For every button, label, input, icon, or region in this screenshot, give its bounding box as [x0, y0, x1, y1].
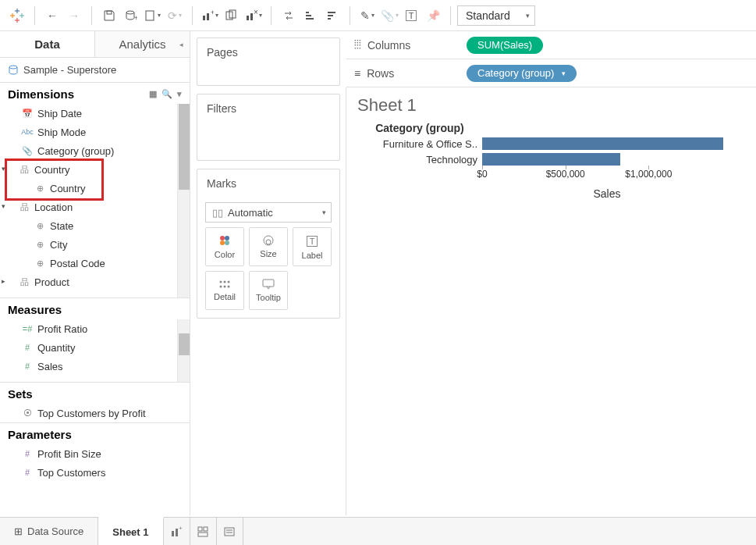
new-story-icon[interactable] [217, 518, 243, 545]
dimensions-list: 📅Ship Date AbcShip Mode 📎Category (group… [0, 104, 190, 297]
datasource-icon [8, 65, 19, 76]
sheet1-tab[interactable]: Sheet 1 [98, 517, 163, 545]
highlight-button[interactable]: ✎▾ [357, 5, 378, 27]
field-ship-mode[interactable]: AbcShip Mode [0, 123, 190, 141]
top-toolbar: ← → + ▾ ⟳▾ +▾ ×▾ ✎▾ 📎▾ T 📌 Standard▾ [0, 0, 756, 31]
new-sheet-button[interactable]: +▾ [199, 5, 221, 27]
field-state[interactable]: ⊕State [0, 216, 190, 235]
field-category-group[interactable]: 📎Category (group) [0, 141, 190, 160]
rows-shelf[interactable]: ≡Rows Category (group)▾ [346, 59, 756, 87]
save-button[interactable] [98, 5, 120, 27]
new-dashboard-icon[interactable] [190, 518, 217, 545]
axis-tick: $1,000,000 [625, 169, 672, 180]
field-profit-ratio[interactable]: =#Profit Ratio [0, 319, 190, 338]
text-label-button[interactable]: T [400, 5, 422, 27]
tooltip-icon [262, 279, 275, 290]
forward-button[interactable]: → [63, 5, 85, 27]
marks-card: Marks ▯▯ Automatic ▾ Color Size TLabel D… [197, 169, 340, 319]
field-sales[interactable]: #Sales [0, 357, 190, 376]
field-country[interactable]: ⊕Country [0, 179, 190, 198]
svg-rect-43 [198, 527, 202, 531]
dimensions-scrollbar[interactable] [177, 104, 190, 297]
svg-rect-17 [247, 16, 249, 20]
menu-caret-icon[interactable]: ▾ [177, 89, 182, 99]
date-icon: 📅 [20, 109, 34, 119]
measures-scrollbar[interactable] [177, 319, 190, 382]
svg-point-27 [220, 236, 225, 240]
toolbar-separator [34, 6, 35, 25]
attachment-button[interactable]: 📎▾ [378, 5, 400, 27]
sort-asc-button[interactable] [300, 5, 321, 27]
label-button[interactable]: TLabel [293, 227, 332, 266]
axis-tick: $0 [477, 169, 487, 180]
svg-rect-13 [207, 13, 209, 20]
sets-header: Sets [0, 383, 190, 404]
search-icon[interactable]: 🔍 [161, 89, 172, 99]
data-source-tab[interactable]: ⊞Data Source [0, 518, 98, 545]
size-button[interactable]: Size [249, 227, 288, 266]
swap-button[interactable] [278, 5, 300, 27]
pages-card[interactable]: Pages [197, 37, 340, 86]
globe-icon: ⊕ [33, 183, 47, 194]
refresh-button[interactable]: ⟳▾ [164, 5, 186, 27]
pin-button[interactable]: 📌 [422, 5, 444, 27]
globe-icon: ⊕ [33, 258, 47, 269]
svg-point-33 [220, 281, 222, 283]
back-button[interactable]: ← [41, 5, 63, 27]
hierarchy-product[interactable]: 品Product [0, 272, 190, 291]
columns-shelf[interactable]: ⦙⦙⦙Columns SUM(Sales) [346, 31, 756, 59]
field-profit-bin[interactable]: #Profit Bin Size [0, 444, 190, 463]
field-top-customers-set[interactable]: ⦿Top Customers by Profit [0, 404, 190, 422]
measures-list: =#Profit Ratio #Quantity #Sales [0, 319, 190, 382]
label-icon: T [307, 233, 318, 248]
bar[interactable] [482, 137, 723, 150]
bar-chart[interactable]: Furniture & Office S..Technology [357, 136, 745, 167]
field-quantity[interactable]: #Quantity [0, 338, 190, 357]
calc-icon: =# [20, 324, 34, 333]
field-postal[interactable]: ⊕Postal Code [0, 254, 190, 272]
hierarchy-country[interactable]: 品Country [0, 160, 190, 179]
rows-pill[interactable]: Category (group)▾ [467, 65, 577, 82]
columns-pill[interactable]: SUM(Sales) [467, 37, 543, 54]
view-grid-icon[interactable]: ▦ [149, 89, 157, 99]
sheet-title[interactable]: Sheet 1 [357, 95, 745, 116]
bar-row[interactable]: Furniture & Office S.. [357, 136, 745, 151]
bar[interactable] [482, 153, 620, 166]
svg-rect-39 [263, 280, 274, 287]
color-icon [218, 234, 231, 247]
new-worksheet-button[interactable]: ▾ [142, 5, 164, 27]
field-top-cust-param[interactable]: #Top Customers [0, 463, 190, 482]
marks-type-selector[interactable]: ▯▯ Automatic ▾ [205, 202, 332, 223]
number-icon: # [20, 362, 34, 371]
bar-icon: ▯▯ [212, 207, 223, 219]
field-ship-date[interactable]: 📅Ship Date [0, 104, 190, 123]
analytics-tab[interactable]: Analytics◂ [94, 31, 190, 57]
worksheet-area: ⦙⦙⦙Columns SUM(Sales) ≡Rows Category (gr… [346, 31, 756, 515]
expand-icon[interactable]: ▸ [2, 277, 5, 285]
svg-rect-41 [176, 529, 178, 536]
tableau-logo-icon[interactable] [6, 5, 28, 27]
clear-sheet-button[interactable]: ×▾ [243, 5, 264, 27]
sort-desc-button[interactable] [321, 5, 343, 27]
tooltip-button[interactable]: Tooltip [249, 271, 288, 310]
detail-button[interactable]: Detail [205, 271, 244, 310]
filters-card[interactable]: Filters [197, 94, 340, 161]
hierarchy-location[interactable]: 品Location [0, 198, 190, 216]
fit-selector[interactable]: Standard▾ [457, 5, 535, 26]
field-city[interactable]: ⊕City [0, 235, 190, 254]
duplicate-sheet-button[interactable] [221, 5, 243, 27]
data-tab[interactable]: Data [0, 31, 94, 57]
columns-icon: ⦙⦙⦙ [354, 38, 361, 52]
collapse-icon[interactable]: ▾ [2, 165, 5, 173]
new-datasource-button[interactable]: + [120, 5, 142, 27]
collapse-icon[interactable]: ▾ [2, 202, 5, 210]
number-icon: # [20, 468, 34, 477]
fit-value: Standard [466, 9, 510, 22]
sheet-tabs: ⊞Data Source Sheet 1 + [0, 517, 756, 545]
svg-rect-23 [328, 12, 335, 13]
new-worksheet-icon[interactable]: + [164, 518, 190, 545]
color-button[interactable]: Color [205, 227, 244, 266]
chevron-icon: ◂ [179, 41, 183, 48]
bar-row[interactable]: Technology [357, 151, 745, 167]
datasource-item[interactable]: Sample - Superstore [0, 58, 190, 82]
